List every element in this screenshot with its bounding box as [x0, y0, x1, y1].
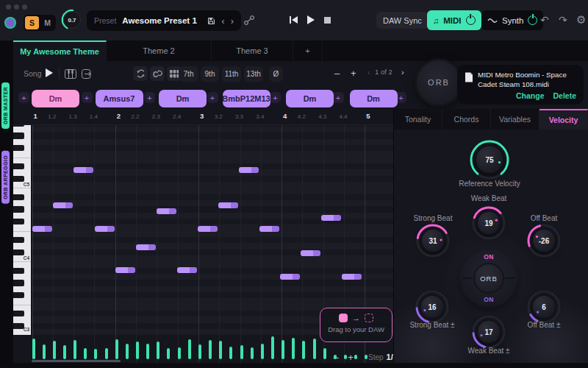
tab-tonality[interactable]: Tonality [394, 109, 442, 130]
horizontal-scrollbar[interactable] [32, 360, 121, 362]
song-play-button[interactable] [46, 68, 53, 77]
midi-toggle[interactable]: ♫ MIDI [427, 10, 481, 30]
midi-note[interactable] [177, 267, 197, 273]
velocity-bar[interactable] [84, 348, 87, 359]
save-icon[interactable] [207, 17, 215, 25]
knob-off[interactable]: -26 [526, 222, 562, 259]
black-key[interactable] [13, 176, 24, 182]
black-key[interactable] [13, 237, 24, 243]
orb-pad-button[interactable]: ORB [473, 263, 504, 294]
undo-icon[interactable]: ↶ [540, 15, 549, 25]
change-file-link[interactable]: Change [516, 91, 545, 100]
orb-xy-pad[interactable]: ON ORB ON [460, 250, 517, 307]
velocity-bar[interactable] [354, 355, 357, 359]
midi-note[interactable] [53, 202, 73, 208]
knob-strong[interactable]: 31 [415, 222, 451, 259]
bars-increase-button[interactable]: + [351, 68, 356, 79]
velocity-bar[interactable] [313, 339, 316, 359]
black-key[interactable] [13, 206, 24, 212]
velocity-bar[interactable] [323, 348, 326, 359]
add-chord-button[interactable]: + [333, 92, 344, 103]
velocity-bar[interactable] [198, 344, 201, 359]
velocity-bar[interactable] [292, 338, 295, 359]
velocity-bar[interactable] [209, 340, 212, 359]
add-chord-button[interactable]: + [207, 92, 218, 103]
midi-note[interactable] [74, 167, 93, 173]
velocity-bar[interactable] [167, 348, 170, 359]
velocity-bar[interactable] [146, 344, 149, 359]
velocity-bar[interactable] [63, 345, 66, 359]
velocity-bar[interactable] [219, 341, 222, 359]
daw-sync-button[interactable]: DAW Sync [376, 12, 429, 29]
midi-note[interactable] [280, 274, 300, 280]
black-key[interactable] [13, 268, 24, 274]
chord-pill-bmbp12m13[interactable]: BmbP12M13 [223, 90, 270, 107]
skip-back-button[interactable] [290, 16, 298, 24]
midi-note[interactable] [259, 226, 279, 232]
black-key[interactable] [13, 125, 24, 127]
piano-icon[interactable] [65, 69, 76, 79]
chord-pill-dm[interactable]: Dm [159, 90, 207, 107]
black-key[interactable] [13, 280, 24, 286]
extension-7th-button[interactable]: 7th [179, 66, 198, 82]
midi-note[interactable] [115, 267, 135, 273]
theme-tab-4[interactable]: + [293, 40, 323, 61]
tab-chords[interactable]: Chords [442, 109, 491, 130]
velocity-bar[interactable] [229, 347, 232, 359]
preset-prev-icon[interactable]: ‹ [221, 16, 224, 26]
regenerate-icon[interactable] [133, 66, 148, 81]
velocity-bar[interactable] [53, 341, 56, 359]
window-close-button[interactable] [6, 4, 11, 10]
black-key[interactable] [13, 132, 24, 138]
midi-note[interactable] [95, 226, 115, 232]
velocity-bar[interactable] [94, 349, 97, 359]
velocity-bar[interactable] [271, 336, 274, 359]
add-chord-button[interactable]: + [18, 92, 29, 103]
add-chord-button[interactable]: + [270, 92, 281, 103]
midi-note[interactable] [198, 226, 218, 232]
velocity-bar[interactable] [178, 347, 181, 359]
window-minimize-button[interactable] [14, 4, 19, 10]
chord-pill-dm[interactable]: Dm [32, 90, 79, 107]
window-zoom-button[interactable] [22, 4, 27, 10]
theme-tab-1[interactable]: My Awesome Theme [13, 40, 107, 61]
knob-weak[interactable]: 19 [470, 205, 507, 241]
settings-gear-icon[interactable]: ⚙ [576, 14, 586, 25]
theme-tab-2[interactable]: Theme 2 [107, 40, 212, 61]
knob-off-var[interactable]: 6 [526, 289, 562, 325]
velocity-bar[interactable] [157, 342, 159, 359]
velocity-bar[interactable] [188, 339, 191, 359]
drag-to-daw-widget[interactable]: → Drag to your DAW [320, 308, 392, 342]
preset-next-icon[interactable]: › [231, 16, 234, 26]
velocity-bar[interactable] [32, 339, 35, 359]
pad-on-top-label[interactable]: ON [460, 253, 517, 261]
stop-button[interactable] [324, 17, 331, 24]
solo-button[interactable]: S [25, 16, 39, 29]
velocity-bar[interactable] [334, 355, 337, 359]
midi-note[interactable] [342, 274, 362, 280]
chord-pill-dm[interactable]: Dm [350, 90, 398, 107]
velocity-bar[interactable] [43, 344, 46, 359]
mute-button[interactable]: M [40, 16, 54, 29]
add-chord-button[interactable]: + [144, 92, 155, 103]
sidebar-item-orb-master[interactable]: ORB MASTER [1, 82, 10, 129]
knob-strong-var[interactable]: 16 [414, 289, 451, 325]
velocity-bar[interactable] [282, 340, 284, 359]
theme-tab-3[interactable]: Theme 3 [212, 40, 293, 61]
synth-toggle[interactable]: Synth [481, 10, 543, 30]
extension-none-button[interactable]: Ø [269, 66, 283, 82]
velocity-bar[interactable] [136, 342, 139, 359]
orb-master-knob[interactable]: ORB [415, 58, 463, 107]
page-next-icon[interactable]: › [401, 68, 404, 77]
chord-regenerate-icon[interactable]: C [150, 66, 165, 81]
velocity-bar[interactable] [74, 340, 76, 359]
black-key[interactable] [13, 292, 24, 298]
black-key[interactable] [13, 219, 24, 224]
extension-9th-button[interactable]: 9th [201, 66, 219, 82]
preset-selector[interactable]: Preset Awesome Preset 1 ‹ › [87, 10, 241, 31]
velocity-bar[interactable] [261, 344, 264, 359]
velocity-bar[interactable] [251, 347, 254, 359]
midi-note[interactable] [301, 250, 320, 256]
gain-knob[interactable]: 0.7 [61, 9, 83, 31]
midi-power-icon[interactable] [466, 15, 476, 25]
